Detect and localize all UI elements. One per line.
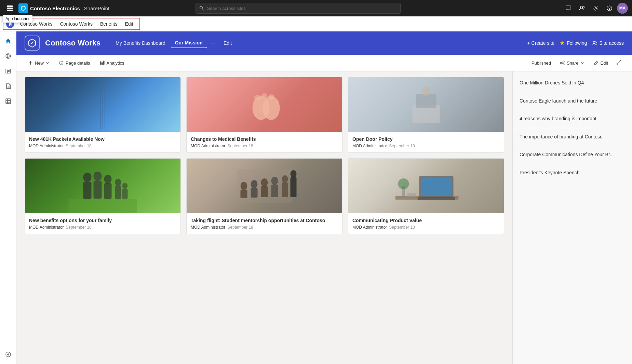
- edit-page-button[interactable]: Edit: [590, 58, 611, 68]
- svg-rect-40: [102, 63, 103, 65]
- news-card-product[interactable]: Communicating Product Value MOD Administ…: [348, 158, 504, 234]
- share-button[interactable]: Share: [556, 58, 588, 68]
- site-nav-our-mission[interactable]: Our Mission: [171, 38, 207, 48]
- svg-point-62: [104, 175, 112, 184]
- news-card-mentorship[interactable]: Taking flight: Student mentorship opport…: [186, 158, 342, 234]
- news-card-401k-title: New 401K Packets Available Now: [29, 136, 176, 142]
- contoso-icon: [20, 5, 26, 11]
- quick-nav-item-contoso-works-2[interactable]: Contoso Works: [56, 20, 96, 28]
- svg-point-53: [261, 93, 268, 99]
- site-nav-edit-button[interactable]: Edit: [219, 38, 236, 48]
- app-launcher-button[interactable]: [4, 2, 16, 14]
- news-card-mentorship-author: MOD Administrator: [191, 225, 225, 230]
- analytics-button[interactable]: Analytics: [96, 58, 128, 68]
- sidebar-document-button[interactable]: [1, 79, 15, 93]
- news-card-product-date: September 18: [389, 225, 415, 230]
- svg-rect-81: [291, 177, 297, 197]
- top-nav-actions: MA: [562, 2, 628, 14]
- expand-button[interactable]: [614, 57, 624, 68]
- site-title: Contoso Works: [45, 39, 100, 48]
- sidebar-home-button[interactable]: [1, 34, 15, 48]
- right-panel-item-3[interactable]: The importance of branding at Contoso: [513, 128, 632, 146]
- opendoor-img-svg: [348, 77, 504, 132]
- svg-point-12: [582, 6, 584, 8]
- svg-point-80: [291, 170, 297, 178]
- new-chevron-icon: [46, 61, 49, 65]
- news-card-medical[interactable]: Changes to Medical Benefits MOD Administ…: [186, 77, 342, 153]
- site-access-button[interactable]: Site access: [592, 40, 624, 46]
- search-box[interactable]: [196, 3, 401, 14]
- news-card-product-image: [348, 159, 504, 213]
- news-card-401k[interactable]: New 401K Packets Available Now MOD Admin…: [25, 77, 181, 153]
- top-nav-bar: App launcher Contoso Electronics SharePo…: [0, 0, 632, 16]
- user-avatar[interactable]: MA: [617, 3, 628, 14]
- svg-rect-7: [9, 10, 11, 11]
- svg-rect-5: [11, 8, 13, 9]
- svg-line-47: [596, 62, 597, 63]
- site-nav-my-benefits[interactable]: My Benefits Dashboard: [111, 38, 170, 48]
- people-button[interactable]: [576, 2, 588, 14]
- svg-rect-77: [271, 185, 278, 197]
- right-panel-item-1[interactable]: Contoso Eagle launch and the future: [513, 92, 632, 110]
- family-img-svg: [25, 159, 180, 213]
- svg-point-43: [563, 64, 564, 65]
- news-card-opendoor-author: MOD Administrator: [352, 144, 387, 148]
- people-header-icon: [592, 41, 597, 45]
- right-panel: One Million Drones Sold in Q4 Contoso Ea…: [512, 71, 632, 364]
- settings-button[interactable]: [590, 2, 602, 14]
- main-area: Contoso Works My Benefits Dashboard Our …: [16, 31, 632, 364]
- svg-point-44: [560, 62, 562, 64]
- svg-rect-39: [100, 62, 101, 65]
- news-card-product-title: Communicating Product Value: [352, 217, 500, 224]
- svg-point-15: [609, 9, 609, 10]
- news-card-medical-image: [187, 77, 342, 132]
- quick-nav-bar: Contoso Works Contoso Works Benefits Edi…: [0, 16, 632, 31]
- svg-rect-41: [103, 61, 104, 65]
- document-icon: [5, 83, 12, 90]
- site-header-actions: + Create site Following Site access: [527, 40, 624, 46]
- svg-line-46: [562, 63, 563, 64]
- svg-rect-3: [7, 8, 9, 9]
- svg-rect-2: [11, 5, 13, 7]
- page-details-button[interactable]: Page details: [55, 58, 94, 68]
- news-card-opendoor-title: Open Door Policy: [352, 136, 500, 142]
- site-nav-more-button[interactable]: ···: [208, 39, 218, 48]
- create-site-button[interactable]: + Create site: [527, 40, 555, 46]
- news-icon: [5, 68, 12, 75]
- sidebar-add-button[interactable]: [1, 348, 15, 361]
- right-panel-item-2[interactable]: 4 reasons why branding is important: [513, 110, 632, 128]
- right-panel-item-5[interactable]: President's Keynote Speech: [513, 164, 632, 182]
- news-card-family[interactable]: New benefits options for your family MOD…: [25, 158, 181, 234]
- svg-point-9: [200, 6, 203, 9]
- svg-rect-79: [282, 183, 288, 197]
- expand-icon: [616, 59, 622, 65]
- news-card-opendoor[interactable]: Open Door Policy MOD Administrator Septe…: [348, 77, 504, 153]
- add-icon: [5, 351, 12, 358]
- quick-nav-item-benefits[interactable]: Benefits: [97, 20, 121, 28]
- sidebar-list-button[interactable]: [1, 94, 15, 108]
- help-button[interactable]: [603, 2, 616, 14]
- help-icon: [606, 5, 613, 11]
- right-panel-item-4[interactable]: Corporate Communications Define Your Br.…: [513, 146, 632, 164]
- svg-rect-71: [241, 190, 247, 198]
- chat-button[interactable]: [562, 2, 575, 14]
- sidebar-globe-button[interactable]: [1, 49, 15, 63]
- sidebar-news-button[interactable]: [1, 64, 15, 78]
- svg-line-49: [617, 63, 619, 64]
- news-card-opendoor-image: [348, 77, 504, 132]
- svg-rect-84: [421, 177, 452, 196]
- svg-rect-1: [9, 5, 11, 7]
- news-card-mentorship-date: September 18: [227, 225, 253, 230]
- right-panel-item-0[interactable]: One Million Drones Sold in Q4: [513, 74, 632, 92]
- following-button[interactable]: Following: [560, 40, 587, 46]
- svg-point-13: [595, 8, 596, 9]
- grid-icon: [7, 5, 13, 11]
- svg-point-64: [115, 179, 121, 186]
- news-card-family-title: New benefits options for your family: [29, 217, 176, 224]
- published-badge: Published: [529, 59, 554, 67]
- medical-img-svg: [187, 77, 342, 132]
- search-input[interactable]: [207, 6, 397, 11]
- svg-line-45: [562, 62, 563, 63]
- new-button[interactable]: New: [25, 58, 53, 68]
- quick-nav-item-edit[interactable]: Edit: [122, 20, 137, 28]
